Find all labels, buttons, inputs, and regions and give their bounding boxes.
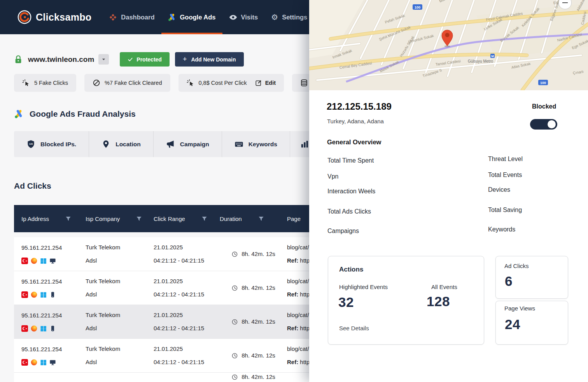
client-icons: [21, 291, 86, 298]
protected-button[interactable]: Protected: [120, 52, 170, 67]
svg-text:M: M: [491, 54, 494, 58]
gear-icon: ⚙: [271, 13, 278, 21]
isp-type: Adsl: [86, 257, 154, 264]
keyboard-icon: [234, 140, 243, 149]
tab-blocked-ips[interactable]: 123 Blocked IPs.: [14, 131, 89, 157]
svg-text:100: 100: [415, 5, 420, 9]
no-entry-icon: [93, 79, 100, 87]
field-keywords: Keywords: [488, 226, 515, 233]
shield-123-icon: 123: [26, 140, 35, 149]
firefox-browser-icon: [31, 258, 37, 264]
metro-station-icon: M: [490, 54, 495, 58]
click-time-range: 04:21:12 - 04:21:15: [154, 359, 220, 366]
page-views-card: Page Views 24: [495, 301, 568, 345]
ip-address: 95.161.221.254: [21, 244, 86, 251]
client-icons: [21, 325, 86, 332]
brand-logo-icon: [17, 10, 32, 25]
windows-os-icon: [40, 258, 47, 264]
tab-location[interactable]: Location: [89, 131, 154, 157]
location-pin-icon: [102, 140, 110, 149]
duration: 8h. 42m. 12s: [242, 373, 275, 380]
nav-item-dashboard[interactable]: Dashboard: [102, 0, 161, 34]
highlighted-events-label: Highlighted Events: [339, 284, 388, 290]
blocked-label: Blocked: [532, 103, 556, 110]
duration: 8h. 42m. 12s: [242, 251, 275, 258]
nav-item-settings[interactable]: ⚙ Settings: [264, 0, 314, 34]
section-title: Google Ads Fraud Analysis: [30, 109, 136, 119]
minus-icon: [562, 2, 568, 3]
col-duration: Duration: [220, 216, 287, 222]
duration: 8h. 42m. 12s: [242, 318, 275, 325]
duration: 8h. 42m. 12s: [242, 352, 275, 359]
dashboard-diamond-icon: [109, 13, 117, 21]
highlighted-events-value: 32: [338, 294, 354, 310]
route-badge: 100: [413, 4, 422, 10]
filter-icon[interactable]: [136, 216, 142, 222]
metro-station-label: Gülsuyu Metro: [468, 59, 493, 63]
coins-icon: [300, 79, 308, 87]
field-total-saving: Total Saving: [488, 207, 522, 214]
filter-icon[interactable]: [258, 216, 264, 222]
nav-label: Visits: [241, 14, 258, 21]
domain-dropdown-button[interactable]: [98, 54, 109, 65]
protected-label: Protected: [136, 56, 162, 63]
isp-name: Turk Telekom: [86, 278, 154, 285]
google-ads-icon: [14, 109, 24, 119]
google-ads-icon: [168, 13, 176, 21]
cost-per-click-chip: 0,8$ Cost Per Click Edit: [178, 74, 284, 92]
firefox-browser-icon: [31, 325, 37, 332]
turkey-flag-icon: [21, 325, 28, 332]
tab-keywords[interactable]: Keywords: [222, 131, 290, 157]
click-date: 21.01.2025: [154, 278, 220, 285]
nav-item-google-ads[interactable]: Google Ads: [161, 0, 222, 34]
fake-clicks-chip: 5 Fake Clicks: [14, 74, 76, 92]
mobile-device-icon: [49, 325, 56, 332]
domain-name: www.twinleon.com: [28, 55, 94, 64]
map: M 100 100 Manolya Eski-Üskü Akbaba Pefah…: [309, 0, 588, 90]
nav-items: Dashboard Google Ads Visits ⚙ Settings: [102, 0, 314, 34]
windows-os-icon: [40, 325, 47, 332]
click-time-range: 04:21:12 - 04:21:15: [154, 325, 220, 332]
nav-item-visits[interactable]: Visits: [222, 0, 265, 34]
click-date: 21.01.2025: [154, 345, 220, 352]
clock-icon: [231, 374, 238, 380]
add-domain-button[interactable]: + Add New Domain: [175, 52, 244, 67]
brand-name: Clicksambo: [36, 12, 91, 23]
check-icon: [128, 57, 133, 62]
click-time-range: 04:21:12 - 04:21:15: [154, 257, 220, 264]
field-total-time-spent: Total Time Spent: [327, 157, 374, 164]
section-heading: Google Ads Fraud Analysis: [14, 109, 136, 119]
chart-icon: [300, 140, 309, 149]
chevron-down-icon: [102, 57, 106, 61]
brand[interactable]: Clicksambo: [17, 10, 91, 25]
edit-label: Edit: [265, 80, 276, 86]
map-canvas: M 100 100: [309, 0, 588, 90]
nav-label: Google Ads: [180, 14, 216, 21]
col-isp-company: Isp Company: [86, 216, 154, 222]
client-icons: [21, 359, 86, 366]
firefox-browser-icon: [31, 291, 37, 298]
all-events-label: All Events: [431, 284, 457, 290]
toggle-knob: [548, 120, 556, 128]
fake-click-cleared-chip: %7 Fake Click Cleared: [84, 74, 170, 92]
blocked-toggle[interactable]: [530, 119, 557, 130]
turkey-flag-icon: [21, 258, 28, 264]
filter-icon[interactable]: [65, 216, 71, 222]
mobile-device-icon: [49, 291, 56, 298]
edit-cost-button[interactable]: Edit: [255, 79, 276, 86]
add-domain-label: Add New Domain: [191, 56, 236, 63]
ad-clicks-value: 6: [505, 273, 513, 289]
nav-label: Settings: [282, 14, 307, 21]
windows-os-icon: [40, 359, 47, 366]
filter-icon[interactable]: [201, 216, 207, 222]
field-devices: Devices: [488, 186, 510, 193]
field-campaigns: Campaigns: [327, 228, 359, 235]
actions-card: Actions Highlighted Events 32 All Events…: [328, 256, 484, 345]
tab-campaign[interactable]: Campaign: [154, 131, 222, 157]
clock-icon: [231, 251, 238, 258]
see-details-link[interactable]: See Details: [339, 325, 369, 331]
isp-name: Turk Telekom: [86, 312, 154, 319]
isp-name: Turk Telekom: [86, 345, 154, 352]
ip-detail-panel: M 100 100 Manolya Eski-Üskü Akbaba Pefah…: [309, 0, 588, 382]
clock-icon: [231, 319, 238, 325]
